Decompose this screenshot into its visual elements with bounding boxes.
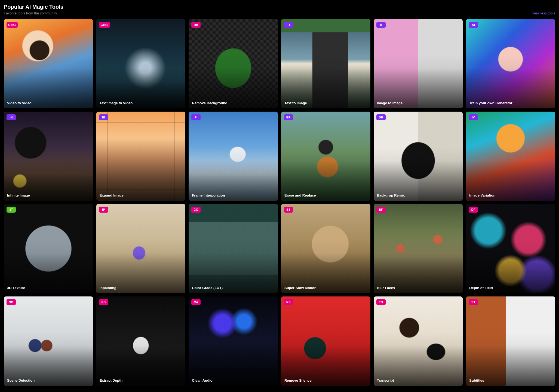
tool-thumb — [374, 19, 463, 108]
tool-thumb — [374, 204, 463, 293]
tool-thumb — [4, 112, 93, 201]
tool-grid: Gen1Video to VideoGen2Text/Image to Vide… — [4, 19, 555, 386]
tool-badge: AI — [469, 22, 478, 28]
tool-caption: Blur Faces — [377, 286, 460, 290]
tool-caption: Super-Slow Motion — [284, 286, 367, 290]
tool-thumb — [466, 112, 555, 201]
section-titles: Popular AI Magic Tools Favorite tools fr… — [4, 4, 63, 15]
section-title: Popular AI Magic Tools — [4, 4, 63, 10]
tool-card-subtitles[interactable]: STSubtitles — [466, 296, 555, 386]
tool-thumb — [374, 296, 463, 386]
tool-badge: ER — [284, 114, 293, 120]
tool-card-extract-depth[interactable]: EDExtract Depth — [96, 296, 186, 386]
tool-card-clean-audio[interactable]: CAClean Audio — [189, 296, 278, 386]
tool-card-remove-silence[interactable]: RSRemove Silence — [281, 296, 370, 386]
tool-thumb — [281, 19, 370, 108]
tool-badge: SD — [7, 299, 16, 305]
tool-badge: RS — [284, 299, 293, 305]
tool-card-text-image-to-video[interactable]: Gen2Text/Image to Video — [96, 19, 186, 108]
tool-thumb — [466, 296, 555, 386]
tool-caption: Scene Detection — [7, 378, 90, 382]
tool-card-3d-texture[interactable]: 3T3D Texture — [4, 204, 93, 293]
page-root: Popular AI Magic Tools Favorite tools fr… — [0, 0, 559, 391]
tool-thumb — [96, 112, 186, 201]
tool-card-remove-background[interactable]: RBRemove Background — [189, 19, 278, 108]
tool-badge: DF — [469, 207, 478, 213]
tool-caption: Erase and Replace — [284, 193, 367, 197]
tool-caption: Inpainting — [100, 286, 182, 290]
tool-badge: ST — [469, 299, 478, 305]
tool-caption: Transcript — [377, 378, 460, 382]
tool-thumb — [281, 112, 370, 201]
tool-caption: 3D Texture — [7, 286, 90, 290]
tool-card-video-to-video[interactable]: Gen1Video to Video — [4, 19, 93, 108]
tool-badge: SS — [284, 207, 293, 213]
tool-card-train-your-own-generator[interactable]: AITrain your own Generator — [466, 19, 555, 108]
tool-badge: II — [376, 22, 386, 28]
tool-caption: Remove Silence — [284, 378, 367, 382]
tool-thumb — [374, 112, 463, 201]
tool-caption: Remove Background — [192, 101, 275, 105]
tool-caption: Clean Audio — [192, 378, 275, 382]
tool-thumb — [281, 296, 370, 386]
tool-card-image-to-image[interactable]: IIImage to Image — [374, 19, 463, 108]
tool-thumb — [4, 296, 93, 386]
tool-caption: Depth of Field — [469, 286, 552, 290]
tool-badge: RB — [191, 22, 201, 28]
tool-card-erase-and-replace[interactable]: ERErase and Replace — [281, 112, 370, 201]
tool-badge: IN — [7, 114, 16, 120]
tool-badge: 3T — [7, 207, 16, 213]
tool-badge: CA — [191, 299, 201, 305]
tool-caption: Text to Image — [284, 101, 367, 105]
tool-thumb — [466, 19, 555, 108]
tool-badge: IP — [99, 207, 108, 213]
tool-card-inpainting[interactable]: IPInpainting — [96, 204, 186, 293]
tool-caption: Infinite Image — [7, 193, 90, 197]
tool-card-color-grade-lut[interactable]: CGColor Grade (LUT) — [189, 204, 278, 293]
tool-badge: BR — [376, 114, 386, 120]
tool-badge: CG — [191, 207, 201, 213]
tool-badge: EI — [99, 114, 108, 120]
tool-badge: BF — [376, 207, 386, 213]
tool-card-super-slow-motion[interactable]: SSSuper-Slow Motion — [281, 204, 370, 293]
tool-caption: Subtitles — [469, 378, 552, 382]
tool-caption: Train your own Generator — [469, 101, 552, 105]
section-subtitle: Favorite tools from the community — [4, 11, 63, 15]
tool-caption: Text/Image to Video — [100, 101, 182, 105]
tool-badge: TI — [284, 22, 293, 28]
tool-badge: FI — [191, 114, 201, 120]
tool-caption: Image Variation — [469, 193, 552, 197]
tool-card-image-variation[interactable]: IVImage Variation — [466, 112, 555, 201]
tool-thumb — [189, 19, 278, 108]
tool-thumb — [281, 204, 370, 293]
tool-thumb — [96, 19, 186, 108]
tool-thumb — [189, 112, 278, 201]
tool-thumb — [189, 204, 278, 293]
tool-badge: IV — [469, 114, 478, 120]
tool-thumb — [96, 204, 186, 293]
tool-badge: Gen1 — [7, 22, 18, 28]
tool-card-expand-image[interactable]: EIExpand Image — [96, 112, 186, 201]
view-less-link[interactable]: view less tools — [532, 11, 555, 15]
tool-card-backdrop-remix[interactable]: BRBackdrop Remix — [374, 112, 463, 201]
tool-badge: ED — [99, 299, 108, 305]
tool-thumb — [96, 296, 186, 386]
tool-card-blur-faces[interactable]: BFBlur Faces — [374, 204, 463, 293]
tool-card-infinite-image[interactable]: INInfinite Image — [4, 112, 93, 201]
tool-thumb — [466, 204, 555, 293]
tool-card-depth-of-field[interactable]: DFDepth of Field — [466, 204, 555, 293]
tool-card-transcript[interactable]: TSTranscript — [374, 296, 463, 386]
tool-badge: TS — [376, 299, 386, 305]
tool-card-text-to-image[interactable]: TIText to Image — [281, 19, 370, 108]
tool-caption: Color Grade (LUT) — [192, 286, 275, 290]
tool-card-scene-detection[interactable]: SDScene Detection — [4, 296, 93, 386]
tool-badge: Gen2 — [99, 22, 110, 28]
tool-caption: Expand Image — [100, 193, 182, 197]
section-header: Popular AI Magic Tools Favorite tools fr… — [4, 4, 555, 15]
tool-caption: Image to Image — [377, 101, 460, 105]
tool-card-frame-interpolation[interactable]: FIFrame Interpolation — [189, 112, 278, 201]
tool-caption: Backdrop Remix — [377, 193, 460, 197]
tool-thumb — [4, 204, 93, 293]
tool-caption: Extract Depth — [100, 378, 182, 382]
tool-caption: Video to Video — [7, 101, 90, 105]
